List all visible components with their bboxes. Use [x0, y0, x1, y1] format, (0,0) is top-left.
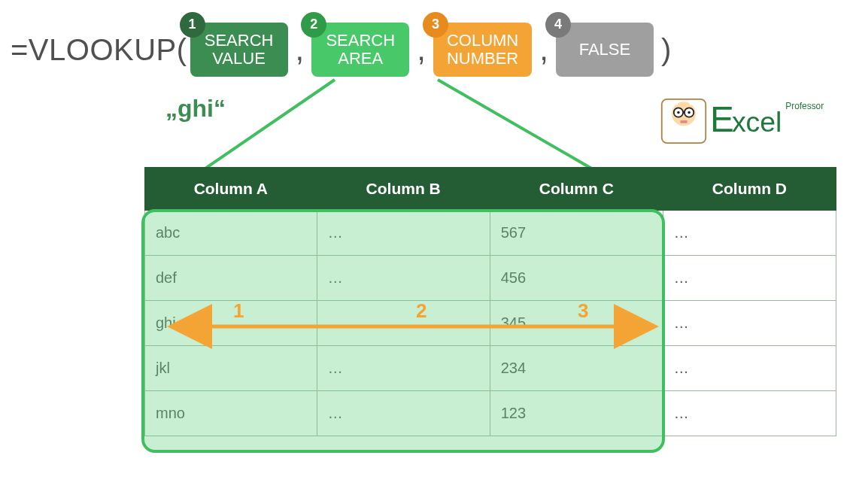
table-row: mno … 123 … — [145, 391, 836, 436]
col-index-2: 2 — [416, 299, 426, 323]
svg-point-4 — [677, 111, 680, 114]
professor-excel-logo: E xcel Professor — [660, 95, 838, 147]
excel-wordmark-icon: E xcel Professor — [710, 95, 838, 147]
table-row: jkl … 234 … — [145, 346, 836, 391]
badge-4: 4 — [545, 12, 571, 38]
arg-column-number: 3 COLUMN NUMBER — [433, 23, 532, 77]
table-row: def … 456 … — [145, 256, 836, 301]
col-header: Column D — [663, 168, 836, 211]
logo-professor-word: Professor — [785, 101, 824, 111]
col-index-1: 1 — [233, 299, 244, 323]
formula-prefix: =VLOOKUP( — [11, 33, 187, 67]
badge-2: 2 — [301, 12, 326, 38]
badge-3: 3 — [423, 12, 448, 38]
col-header: Column B — [317, 168, 490, 211]
example-table: Column A Column B Column C Column D abc … — [144, 167, 836, 436]
arg-false: 4 FALSE — [556, 23, 654, 77]
svg-text:xcel: xcel — [732, 106, 782, 138]
col-header: Column A — [145, 168, 317, 211]
comma-icon: , — [417, 32, 426, 68]
vlookup-formula: =VLOOKUP( 1 SEARCH VALUE , 2 SEARCH AREA… — [11, 23, 671, 77]
badge-1: 1 — [180, 12, 205, 38]
col-index-3: 3 — [578, 299, 588, 323]
professor-face-icon — [660, 95, 707, 147]
table-row: abc … 567 … — [145, 211, 836, 256]
col-header: Column C — [490, 168, 663, 211]
formula-suffix: ) — [661, 33, 671, 67]
svg-point-5 — [688, 111, 691, 114]
arg-search-area: 2 SEARCH AREA — [311, 23, 409, 77]
comma-icon: , — [296, 32, 305, 68]
svg-rect-7 — [681, 120, 688, 123]
arg-search-value: 1 SEARCH VALUE — [190, 23, 288, 77]
search-value-literal: „ghi“ — [165, 95, 226, 123]
table-header-row: Column A Column B Column C Column D — [145, 168, 836, 211]
svg-text:E: E — [710, 99, 734, 139]
table-row-match: ghi … 345 … — [145, 301, 836, 346]
comma-icon: , — [539, 32, 548, 68]
